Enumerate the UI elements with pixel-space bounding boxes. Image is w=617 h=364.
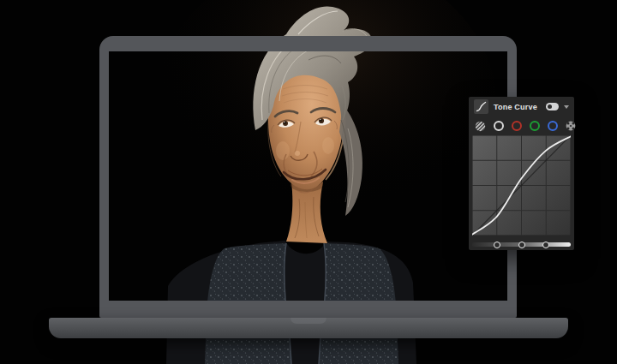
channel-blue-button[interactable] [548,121,558,131]
tone-curve-icon [476,101,487,112]
channel-red-button[interactable] [512,121,522,131]
panel-enable-toggle[interactable] [546,103,559,110]
toggle-knob [548,104,552,109]
laptop-base [49,318,568,338]
point-curve-mode-button[interactable] [475,121,486,132]
targeted-adjustment-tool-button[interactable] [566,121,576,131]
tone-curve-panel: Tone Curve [469,97,574,250]
tone-curve-panel-header[interactable]: Tone Curve [469,97,574,116]
laptop-lid-notch [291,318,326,324]
target-adjustment-icon [566,121,576,131]
channel-selector-row [469,116,574,135]
channel-green-button[interactable] [530,121,540,131]
region-slider-thumb[interactable] [542,242,549,248]
region-slider-thumb[interactable] [494,242,500,248]
channel-luminance-button[interactable] [494,121,504,131]
chevron-down-icon[interactable] [564,105,569,109]
region-slider-thumb[interactable] [518,242,525,248]
tone-curve-plot[interactable] [472,135,571,236]
tone-curve-mode-button[interactable] [474,99,488,114]
promo-canvas: { "scene": { "background_color": "#02020… [0,0,617,364]
laptop-screen-bezel [99,36,517,318]
hatched-circle-icon [475,121,486,132]
panel-title: Tone Curve [494,103,541,111]
tone-curve-editor[interactable] [472,135,571,236]
region-split-sliders [472,241,571,248]
